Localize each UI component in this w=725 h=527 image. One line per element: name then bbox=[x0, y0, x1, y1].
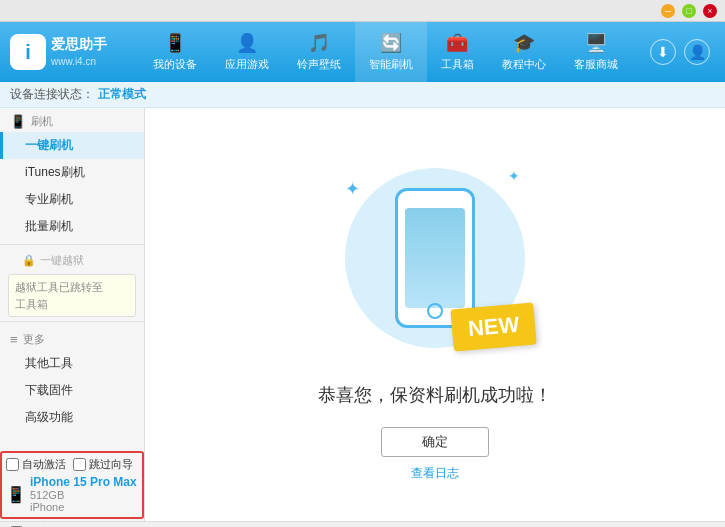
sidebar-item-advanced[interactable]: 高级功能 bbox=[0, 404, 144, 431]
phone-illustration: NEW ✦ ✦ bbox=[325, 148, 545, 368]
phone-body bbox=[395, 188, 475, 328]
new-badge: NEW bbox=[450, 302, 537, 351]
store-icon: 🖥️ bbox=[585, 32, 607, 54]
nav-my-device[interactable]: 📱 我的设备 bbox=[139, 22, 211, 82]
main-nav: 📱 我的设备 👤 应用游戏 🎵 铃声壁纸 🔄 智能刷机 🧰 工具箱 🎓 教程中心… bbox=[120, 22, 650, 82]
sidebar-locked-jailbreak: 🔒 一键越狱 bbox=[0, 249, 144, 272]
toolbox-icon: 🧰 bbox=[446, 32, 468, 54]
auto-activate-row: 自动激活 跳过向导 bbox=[6, 457, 138, 472]
nav-store[interactable]: 🖥️ 客服商城 bbox=[560, 22, 632, 82]
nav-toolbox[interactable]: 🧰 工具箱 bbox=[427, 22, 488, 82]
logo-text: 爱思助手 www.i4.cn bbox=[51, 35, 107, 69]
sidebar: 📱 刷机 一键刷机 iTunes刷机 专业刷机 批量刷机 🔒 一键越狱 越狱工具… bbox=[0, 108, 145, 521]
subheader: 设备连接状态： 正常模式 bbox=[0, 82, 725, 108]
confirm-button[interactable]: 确定 bbox=[381, 427, 489, 457]
app-logo: i 爱思助手 www.i4.cn bbox=[10, 34, 120, 70]
quick-guide-checkbox[interactable] bbox=[73, 458, 86, 471]
sidebar-item-itunes[interactable]: iTunes刷机 bbox=[0, 159, 144, 186]
view-log-link[interactable]: 查看日志 bbox=[411, 465, 459, 482]
sidebar-divider-2 bbox=[0, 321, 144, 322]
flash-icon: 🔄 bbox=[380, 32, 402, 54]
device-icon: 📱 bbox=[164, 32, 186, 54]
sidebar-section-more: ≡ 更多 bbox=[0, 326, 144, 350]
star-right-icon: ✦ bbox=[508, 168, 520, 184]
section-more-icon: ≡ bbox=[10, 332, 18, 347]
sidebar-section-flash: 📱 刷机 bbox=[0, 108, 144, 132]
sidebar-locked-notice: 越狱工具已跳转至 工具箱 bbox=[8, 274, 136, 317]
logo-icon: i bbox=[10, 34, 46, 70]
header: i 爱思助手 www.i4.cn 📱 我的设备 👤 应用游戏 🎵 铃声壁纸 🔄 … bbox=[0, 22, 725, 82]
itunes-bar: 阻止iTunes运行 bbox=[0, 521, 725, 527]
star-left-icon: ✦ bbox=[345, 178, 360, 200]
nav-ringtones[interactable]: 🎵 铃声壁纸 bbox=[283, 22, 355, 82]
lock-icon: 🔒 bbox=[22, 254, 36, 267]
sidebar-item-batch[interactable]: 批量刷机 bbox=[0, 213, 144, 240]
minimize-button[interactable]: ─ bbox=[661, 4, 675, 18]
main-layout: 📱 刷机 一键刷机 iTunes刷机 专业刷机 批量刷机 🔒 一键越狱 越狱工具… bbox=[0, 108, 725, 521]
sidebar-item-firmware[interactable]: 下载固件 bbox=[0, 377, 144, 404]
tutorial-icon: 🎓 bbox=[513, 32, 535, 54]
nav-flash[interactable]: 🔄 智能刷机 bbox=[355, 22, 427, 82]
success-text: 恭喜您，保资料刷机成功啦！ bbox=[318, 383, 552, 407]
device-phone-icon: 📱 bbox=[6, 485, 26, 504]
sidebar-item-pro[interactable]: 专业刷机 bbox=[0, 186, 144, 213]
device-info-row: 📱 iPhone 15 Pro Max 512GB iPhone bbox=[6, 475, 138, 513]
maximize-button[interactable]: □ bbox=[682, 4, 696, 18]
sidebar-divider-1 bbox=[0, 244, 144, 245]
sidebar-item-other-tools[interactable]: 其他工具 bbox=[0, 350, 144, 377]
phone-home-btn bbox=[427, 303, 443, 319]
main-content: NEW ✦ ✦ 恭喜您，保资料刷机成功啦！ 确定 查看日志 bbox=[145, 108, 725, 521]
account-button[interactable]: 👤 bbox=[684, 39, 710, 65]
device-panel: 自动激活 跳过向导 📱 iPhone 15 Pro Max 512GB iPho… bbox=[0, 451, 144, 519]
auto-activate-checkbox[interactable] bbox=[6, 458, 19, 471]
nav-apps[interactable]: 👤 应用游戏 bbox=[211, 22, 283, 82]
download-button[interactable]: ⬇ bbox=[650, 39, 676, 65]
phone-screen bbox=[405, 208, 465, 308]
header-right: ⬇ 👤 bbox=[650, 39, 710, 65]
ringtone-icon: 🎵 bbox=[308, 32, 330, 54]
apps-icon: 👤 bbox=[236, 32, 258, 54]
nav-tutorial[interactable]: 🎓 教程中心 bbox=[488, 22, 560, 82]
close-button[interactable]: × bbox=[703, 4, 717, 18]
section-flash-icon: 📱 bbox=[10, 114, 26, 129]
sidebar-item-onekey[interactable]: 一键刷机 bbox=[0, 132, 144, 159]
